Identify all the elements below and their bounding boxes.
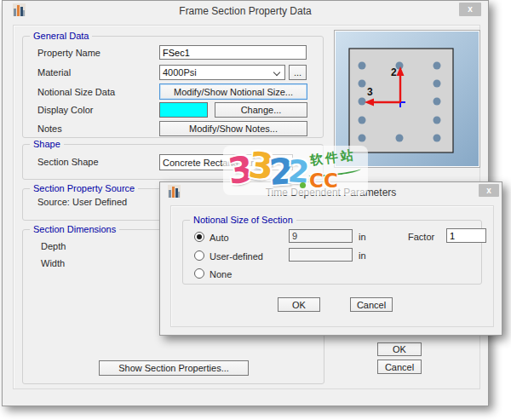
screenshot-stage: Frame Section Property Data x General Da… <box>0 0 511 420</box>
source-value-text: Source: User Defined <box>37 197 127 207</box>
watermark-cc-text: CC <box>309 170 338 192</box>
section-shape-label: Section Shape <box>37 157 99 167</box>
material-value: 4000Psi <box>163 67 197 78</box>
none-radio[interactable] <box>194 268 204 279</box>
subdialog-ok-button[interactable]: OK <box>278 297 320 312</box>
notional-size-data-label: Notional Size Data <box>37 87 115 97</box>
section-property-source-caption: Section Property Source <box>30 183 138 193</box>
material-label: Material <box>37 67 71 78</box>
general-data-caption: General Data <box>30 31 92 41</box>
factor-input[interactable] <box>446 228 486 243</box>
main-dialog-title: Frame Section Property Data <box>3 5 488 17</box>
main-close-button[interactable]: x <box>459 3 481 16</box>
subdialog-close-button[interactable]: x <box>479 184 499 197</box>
modify-notes-button[interactable]: Modify/Show Notes... <box>159 121 307 136</box>
material-browse-button[interactable]: ... <box>289 65 307 80</box>
notional-size-caption: Notional Size of Section <box>190 215 296 225</box>
user-defined-unit-label: in <box>359 250 366 261</box>
show-section-properties-button[interactable]: Show Section Properties... <box>99 360 249 376</box>
auto-unit-label: in <box>359 232 366 242</box>
watermark-dot-icon <box>300 182 306 188</box>
change-color-button[interactable]: Change... <box>215 102 307 118</box>
main-ok-button[interactable]: OK <box>377 342 422 356</box>
watermark-3322cc: 3 3 2 2 软件站 CC <box>223 146 368 195</box>
property-name-input[interactable] <box>159 45 307 60</box>
display-color-swatch <box>159 102 208 118</box>
property-name-label: Property Name <box>37 48 100 58</box>
time-dependent-parameters-dialog: Time Dependent Parameters x Notional Siz… <box>159 181 502 336</box>
display-color-label: Display Color <box>37 105 93 115</box>
subdialog-cancel-button[interactable]: Cancel <box>350 297 393 312</box>
depth-label: Depth <box>41 241 66 251</box>
material-dropdown[interactable]: 4000Psi <box>159 65 285 80</box>
user-defined-radio-label: User-defined <box>210 251 263 262</box>
chevron-down-icon <box>273 69 280 76</box>
notes-label: Notes <box>37 124 62 134</box>
auto-size-input[interactable] <box>289 229 353 243</box>
modify-notional-size-button[interactable]: Modify/Show Notional Size... <box>159 83 307 100</box>
section-dimensions-caption: Section Dimensions <box>30 224 119 234</box>
shape-caption: Shape <box>30 139 64 149</box>
axis-2-label: 2 <box>391 66 397 78</box>
auto-radio-label: Auto <box>210 233 229 243</box>
width-label: Width <box>41 258 65 268</box>
watermark-digit-4: 2 <box>287 156 311 188</box>
none-radio-label: None <box>210 269 232 279</box>
user-defined-radio[interactable] <box>194 250 204 261</box>
axis-3-label: 3 <box>367 86 373 98</box>
watermark-cn-text: 软件站 <box>309 147 357 169</box>
user-defined-size-input[interactable] <box>289 248 353 262</box>
main-cancel-button[interactable]: Cancel <box>377 360 422 374</box>
factor-label: Factor <box>408 232 434 242</box>
auto-radio[interactable] <box>194 232 204 242</box>
